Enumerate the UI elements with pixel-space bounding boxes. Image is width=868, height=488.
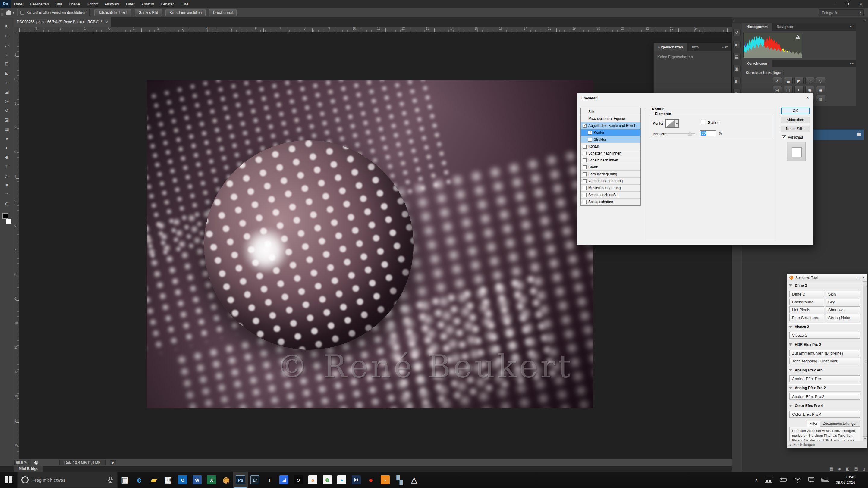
checkbox-icon[interactable]: [782, 135, 786, 139]
layer-style-row[interactable]: Kontur: [581, 143, 641, 150]
plugin-button[interactable]: Analog Efex Pro 2: [789, 393, 860, 400]
gimp-icon[interactable]: ◖: [262, 472, 277, 488]
shape-tool-icon[interactable]: ■: [2, 181, 12, 190]
selective-tool-titlebar[interactable]: Selective Tool ×: [787, 274, 867, 281]
menu-item[interactable]: Auswahl: [101, 0, 122, 8]
document-tab[interactable]: DSC03765.jpg bei 66,7% (© René Beukert, …: [14, 18, 111, 27]
move-tool-icon[interactable]: ↖: [2, 22, 12, 31]
clone-stamp-tool-icon[interactable]: ◎: [2, 96, 12, 106]
plugin-button[interactable]: Shadows: [826, 306, 861, 313]
visual-studio-icon[interactable]: ⋈: [349, 472, 364, 488]
collapse-triangle-icon[interactable]: [789, 404, 792, 407]
exposure-icon[interactable]: ±: [805, 77, 814, 84]
plugin-button[interactable]: Strong Noise: [826, 314, 861, 321]
plugin-button[interactable]: Hot Pixels: [789, 306, 824, 313]
eyedropper-tool-icon[interactable]: ◣: [2, 68, 12, 78]
layer-style-row[interactable]: Verlaufsüberlagerung: [581, 178, 641, 185]
scrollbar-thumb[interactable]: [863, 286, 867, 436]
menu-item[interactable]: Schrift: [84, 0, 101, 8]
glaetten-checkbox[interactable]: [701, 120, 705, 124]
layer-style-row[interactable]: Schein nach außen: [581, 192, 641, 198]
style-checkbox[interactable]: [583, 179, 587, 183]
minimize-button[interactable]: [827, 0, 840, 8]
fill-screen-button[interactable]: Bildschirm ausfüllen: [165, 9, 206, 16]
info-panel-icon[interactable]: ▣: [733, 65, 741, 72]
tab-filter[interactable]: Filter: [807, 421, 820, 427]
menu-item[interactable]: Ansicht: [138, 0, 157, 8]
layer-style-row[interactable]: Farbüberlagerung: [581, 171, 641, 178]
layer-style-row[interactable]: Kontur: [581, 129, 641, 136]
slider-thumb[interactable]: [688, 131, 692, 135]
calculator-icon[interactable]: ▦: [161, 472, 176, 488]
section-header[interactable]: Analog Efex Pro 2: [789, 384, 861, 392]
menu-item[interactable]: Ebene: [65, 0, 84, 8]
style-checkbox[interactable]: [583, 124, 587, 128]
section-header[interactable]: Color Efex Pro 4: [789, 402, 861, 410]
wifi-icon[interactable]: [794, 477, 801, 483]
collapse-triangle-icon[interactable]: [789, 387, 792, 389]
cortana-search-box[interactable]: Frag mich etwas: [18, 472, 118, 488]
status-menu-arrow[interactable]: ▶: [110, 460, 117, 465]
tablet-mode-icon[interactable]: [765, 477, 772, 483]
layer-style-row[interactable]: Glanz: [581, 164, 641, 171]
menu-item[interactable]: Hilfe: [177, 0, 192, 8]
lightroom-icon[interactable]: Lr: [248, 472, 262, 488]
scroll-down-icon[interactable]: ▼: [863, 436, 867, 441]
history-panel-icon[interactable]: ↺: [733, 29, 741, 36]
hand-tool-icon[interactable]: ◠: [2, 190, 12, 199]
foreground-color-swatch[interactable]: [2, 213, 8, 219]
dialog-close-icon[interactable]: ×: [806, 95, 809, 101]
globe-app-icon[interactable]: ◍: [320, 472, 335, 488]
collapse-triangle-icon[interactable]: [789, 369, 792, 371]
excel-icon[interactable]: X: [204, 472, 219, 488]
style-checkbox[interactable]: [583, 165, 587, 169]
chevron-down-icon[interactable]: ▼: [675, 120, 678, 127]
style-checkbox[interactable]: [583, 186, 587, 190]
marquee-tool-icon[interactable]: □: [2, 31, 12, 40]
trash-icon[interactable]: ▯: [863, 466, 865, 471]
layer-style-row[interactable]: Schatten nach innen: [581, 150, 641, 157]
photo-document[interactable]: © René Beukert: [147, 80, 593, 409]
color-balance-icon[interactable]: ▤: [773, 86, 782, 93]
warning-icon[interactable]: [795, 35, 800, 39]
color-swatches[interactable]: [2, 213, 12, 225]
panel-menu-icon[interactable]: ▾≡: [850, 61, 854, 65]
restore-button[interactable]: [840, 0, 854, 8]
red-ball-app-icon[interactable]: ●: [364, 472, 378, 488]
menu-item[interactable]: Filter: [123, 0, 138, 8]
plugin-button[interactable]: Color Efex Pro 4: [789, 411, 860, 418]
menu-item[interactable]: Bearbeiten: [27, 0, 52, 8]
section-header[interactable]: Analog Efex Pro: [789, 367, 861, 374]
camera-app-icon[interactable]: ●: [335, 472, 349, 488]
brightness-contrast-icon[interactable]: ☀: [773, 77, 782, 84]
checkbox-icon[interactable]: [21, 11, 24, 15]
curves-icon[interactable]: ◩: [795, 77, 804, 84]
actual-pixels-button[interactable]: Tatsächliche Pixel: [94, 9, 131, 16]
tab-navigator[interactable]: Navigator: [772, 23, 798, 31]
close-icon[interactable]: ×: [862, 275, 865, 280]
microphone-icon[interactable]: [107, 476, 114, 484]
tab-eigenschaften[interactable]: Eigenschaften: [654, 43, 687, 51]
scroll-all-windows-checkbox[interactable]: Bildlauf in allen Fenstern durchführen: [21, 10, 87, 15]
plugin-button[interactable]: Tone Mapping (Einzelbild): [789, 358, 860, 364]
path-selection-tool-icon[interactable]: ▷: [2, 171, 12, 181]
tab-close-icon[interactable]: ×: [105, 20, 108, 24]
layer-style-row[interactable]: Struktur: [581, 136, 641, 143]
contour-picker[interactable]: ▼: [665, 119, 679, 128]
collapse-triangle-icon[interactable]: [789, 344, 792, 346]
minimize-icon[interactable]: [857, 276, 860, 279]
plugin-button[interactable]: Analog Efex Pro: [789, 375, 860, 382]
plugin-button[interactable]: Viveza 2: [789, 332, 860, 338]
section-header[interactable]: HDR Efex Pro 2: [789, 341, 861, 348]
file-explorer-icon[interactable]: ▰: [147, 472, 161, 488]
workspace-selector[interactable]: Fotografie ▴▾: [819, 9, 864, 16]
grid-tiles-app-icon[interactable]: ▚: [393, 472, 407, 488]
style-checkbox[interactable]: [583, 158, 587, 162]
collapse-panels-icon[interactable]: «: [734, 19, 735, 22]
pen-tool-icon[interactable]: ◆: [2, 153, 12, 162]
color-lookup-icon[interactable]: ▦: [816, 86, 825, 93]
prism-app-icon[interactable]: △: [407, 472, 421, 488]
selective-color-icon[interactable]: ▥: [816, 95, 825, 102]
mask-icon[interactable]: ◧: [846, 466, 849, 471]
photo-filter-icon[interactable]: ◐: [795, 86, 804, 93]
